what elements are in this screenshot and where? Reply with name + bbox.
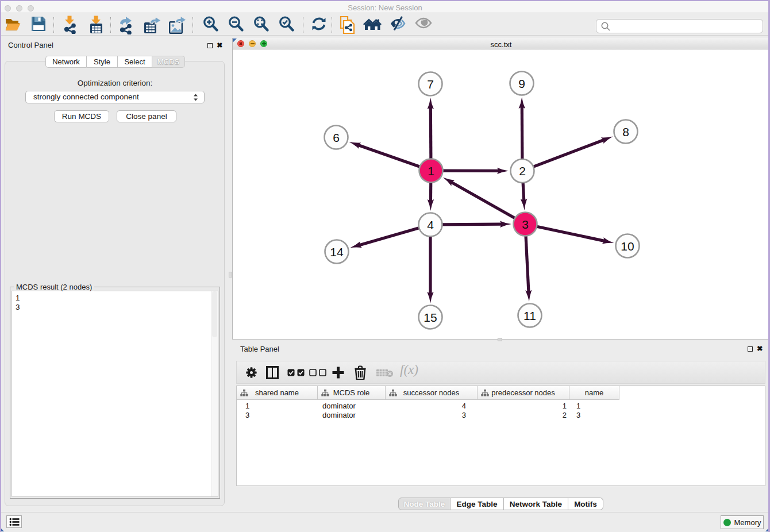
svg-text:14: 14 bbox=[330, 245, 344, 259]
svg-text:8: 8 bbox=[622, 125, 629, 138]
svg-text:9: 9 bbox=[518, 77, 525, 90]
svg-text:15: 15 bbox=[424, 311, 437, 324]
svg-text:7: 7 bbox=[427, 78, 434, 91]
svg-text:10: 10 bbox=[621, 240, 634, 253]
svg-text:2: 2 bbox=[519, 164, 526, 178]
svg-text:3: 3 bbox=[522, 218, 529, 231]
svg-text:6: 6 bbox=[333, 131, 340, 144]
svg-text:4: 4 bbox=[427, 218, 434, 232]
svg-text:1: 1 bbox=[428, 164, 434, 178]
svg-text:11: 11 bbox=[523, 309, 536, 322]
